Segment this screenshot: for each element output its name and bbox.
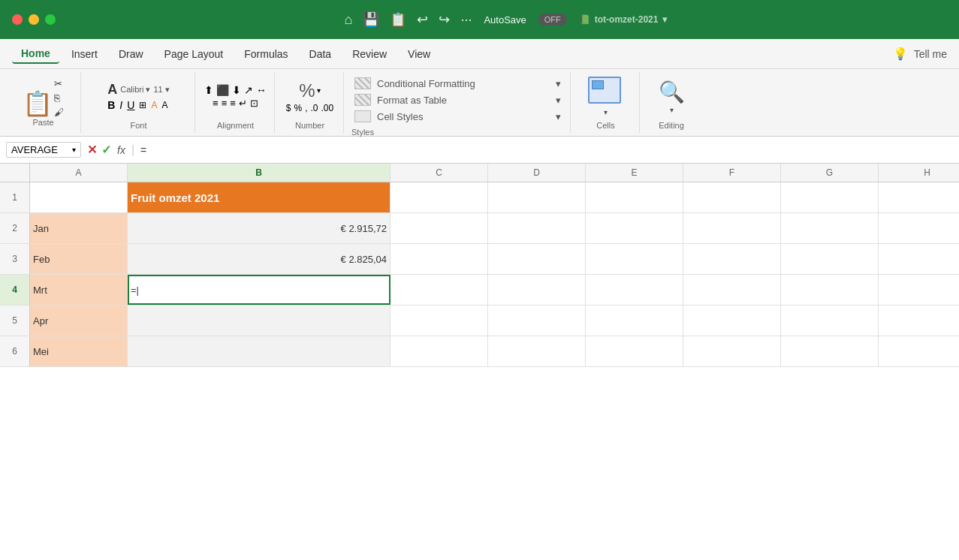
cancel-formula-button[interactable]: ✕ xyxy=(87,143,97,157)
cell-a1[interactable] xyxy=(30,182,128,212)
indent-icon[interactable]: ↔ xyxy=(256,84,267,96)
decrease-decimal-button[interactable]: .0 xyxy=(311,103,318,113)
currency-button[interactable]: $ xyxy=(286,103,291,113)
tell-me-label[interactable]: Tell me xyxy=(914,48,947,60)
cell-h5[interactable] xyxy=(879,306,959,336)
col-header-b[interactable]: B xyxy=(128,164,391,182)
cut-icon[interactable]: ✂ xyxy=(54,78,64,89)
editing-dropdown[interactable]: ▾ xyxy=(670,106,674,114)
cell-c2[interactable] xyxy=(391,213,488,243)
align-center-icon[interactable]: ≡ xyxy=(222,98,228,109)
cell-e2[interactable] xyxy=(586,213,683,243)
comma-button[interactable]: , xyxy=(305,103,307,113)
cell-e4[interactable] xyxy=(586,275,683,305)
undo-icon[interactable]: ↩ xyxy=(417,11,428,28)
save-icon[interactable]: 💾 xyxy=(363,11,379,28)
cell-g3[interactable] xyxy=(781,244,879,274)
cell-d1[interactable] xyxy=(488,182,586,212)
cell-a6[interactable]: Mei xyxy=(30,336,128,366)
menu-insert[interactable]: Insert xyxy=(62,45,107,63)
cell-b5[interactable] xyxy=(128,306,391,336)
increase-decimal-button[interactable]: .00 xyxy=(321,103,334,113)
cell-a3[interactable]: Feb xyxy=(30,244,128,274)
formula-input[interactable]: = xyxy=(140,144,953,156)
minimize-button[interactable] xyxy=(29,14,39,25)
redo-icon[interactable]: ↪ xyxy=(439,11,450,28)
bold-button[interactable]: B xyxy=(107,99,115,111)
cell-e5[interactable] xyxy=(586,306,683,336)
font-dropdown[interactable]: Calibri ▾ xyxy=(120,85,150,95)
col-header-e[interactable]: E xyxy=(586,164,683,182)
format-painter-icon[interactable]: 🖌 xyxy=(54,107,64,118)
cell-b2[interactable]: € 2.915,72 xyxy=(128,213,391,243)
save-alt-icon[interactable]: 📋 xyxy=(390,11,406,28)
cell-g1[interactable] xyxy=(781,182,879,212)
cell-h6[interactable] xyxy=(879,336,959,366)
font-color-button[interactable]: A xyxy=(161,100,167,110)
cells-dropdown[interactable]: ▾ xyxy=(604,108,608,116)
col-header-c[interactable]: C xyxy=(391,164,488,182)
cell-e6[interactable] xyxy=(586,336,683,366)
format-as-table-button[interactable]: Format as Table ▾ xyxy=(351,92,564,108)
menu-page-layout[interactable]: Page Layout xyxy=(155,45,233,63)
more-icon[interactable]: ··· xyxy=(460,12,472,28)
cell-styles-button[interactable]: Cell Styles ▾ xyxy=(351,108,564,125)
cell-a2[interactable]: Jan xyxy=(30,213,128,243)
align-left-icon[interactable]: ≡ xyxy=(213,98,219,109)
cell-d5[interactable] xyxy=(488,306,586,336)
copy-icon[interactable]: ⎘ xyxy=(54,92,64,104)
cell-e3[interactable] xyxy=(586,244,683,274)
cell-c3[interactable] xyxy=(391,244,488,274)
cell-h2[interactable] xyxy=(879,213,959,243)
cell-c1[interactable] xyxy=(391,182,488,212)
align-top-icon[interactable]: ⬆ xyxy=(204,84,213,96)
cell-g2[interactable] xyxy=(781,213,879,243)
menu-home[interactable]: Home xyxy=(12,44,59,64)
close-button[interactable] xyxy=(12,14,23,25)
align-mid-icon[interactable]: ⬛ xyxy=(216,84,229,96)
border-button[interactable]: ⊞ xyxy=(139,100,146,110)
editing-button[interactable]: 🔍 ▾ xyxy=(659,80,685,114)
autosave-toggle[interactable]: OFF xyxy=(538,14,567,26)
col-header-g[interactable]: G xyxy=(781,164,879,182)
cell-b3[interactable]: € 2.825,04 xyxy=(128,244,391,274)
percent-button[interactable]: % xyxy=(294,103,302,113)
merge-icon[interactable]: ⊡ xyxy=(250,98,258,109)
col-header-h[interactable]: H xyxy=(879,164,959,182)
cell-a5[interactable]: Apr xyxy=(30,306,128,336)
col-header-f[interactable]: F xyxy=(683,164,781,182)
conditional-formatting-button[interactable]: Conditional Formatting ▾ xyxy=(351,75,564,92)
confirm-formula-button[interactable]: ✓ xyxy=(101,143,111,157)
cell-d6[interactable] xyxy=(488,336,586,366)
cell-d4[interactable] xyxy=(488,275,586,305)
cell-b4[interactable]: =| xyxy=(128,275,391,305)
home-icon[interactable]: ⌂ xyxy=(345,12,353,28)
cell-b1[interactable]: Fruit omzet 2021 xyxy=(128,182,391,212)
cell-h3[interactable] xyxy=(879,244,959,274)
wrap-text-icon[interactable]: ↵ xyxy=(239,98,247,109)
cell-f6[interactable] xyxy=(683,336,781,366)
col-header-d[interactable]: D xyxy=(488,164,586,182)
cell-e1[interactable] xyxy=(586,182,683,212)
cell-c5[interactable] xyxy=(391,306,488,336)
cell-f1[interactable] xyxy=(683,182,781,212)
cell-f4[interactable] xyxy=(683,275,781,305)
italic-button[interactable]: I xyxy=(119,99,122,111)
menu-view[interactable]: View xyxy=(399,45,439,63)
cell-g5[interactable] xyxy=(781,306,879,336)
cell-f2[interactable] xyxy=(683,213,781,243)
cell-c6[interactable] xyxy=(391,336,488,366)
cell-f3[interactable] xyxy=(683,244,781,274)
font-name-display[interactable]: A xyxy=(107,82,117,98)
cell-b6[interactable] xyxy=(128,336,391,366)
name-box[interactable]: AVERAGE ▾ xyxy=(6,142,81,158)
cell-g4[interactable] xyxy=(781,275,879,305)
cell-g6[interactable] xyxy=(781,336,879,366)
filename-chevron[interactable]: ▾ xyxy=(662,14,667,25)
cell-d3[interactable] xyxy=(488,244,586,274)
col-header-a[interactable]: A xyxy=(30,164,128,182)
font-size-dropdown[interactable]: 11 ▾ xyxy=(153,85,169,95)
menu-data[interactable]: Data xyxy=(300,45,341,63)
cell-h4[interactable] xyxy=(879,275,959,305)
cell-h1[interactable] xyxy=(879,182,959,212)
